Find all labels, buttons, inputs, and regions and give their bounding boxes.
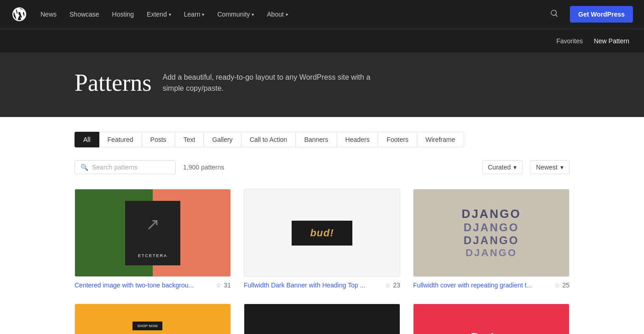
nav-learn[interactable]: Learn ▾ bbox=[178, 7, 210, 22]
tab-headers[interactable]: Headers bbox=[337, 132, 379, 147]
nav-extend[interactable]: Extend ▾ bbox=[141, 7, 177, 22]
tab-gallery[interactable]: Gallery bbox=[203, 132, 241, 147]
tab-text[interactable]: Text bbox=[175, 132, 204, 147]
pattern-card: bud! Fullwidth Dark Banner with Heading … bbox=[244, 189, 400, 291]
star-icon: ☆ bbox=[385, 281, 391, 289]
pattern-thumbnail: MONK. A NEW COLLECTION · ELSEWHERE bbox=[244, 304, 400, 334]
tab-banners[interactable]: Banners bbox=[295, 132, 337, 147]
star-icon: ☆ bbox=[216, 281, 222, 289]
pattern-card: DJANGO DJANGO DJANGO DJANGO Fullwidth co… bbox=[413, 189, 569, 291]
pattern-thumbnail: bud! bbox=[244, 189, 400, 277]
search-input-icon: 🔍 bbox=[80, 164, 88, 171]
search-input[interactable] bbox=[92, 164, 170, 171]
favorites-link[interactable]: Favorites bbox=[556, 37, 583, 45]
patterns-grid: ↗ ETCETERA Centered image with two-tone … bbox=[75, 189, 569, 334]
shop-now-btn: SHOP NOW bbox=[132, 322, 162, 330]
nav-about[interactable]: About ▾ bbox=[261, 7, 293, 22]
nav-hosting[interactable]: Hosting bbox=[107, 7, 139, 22]
hero-section: Patterns Add a beautiful, ready-to-go la… bbox=[0, 53, 644, 117]
pattern-favorites: ☆ 31 bbox=[216, 281, 231, 289]
pattern-card: SHOP NOW LET'EMROLL Let 'Em Roll pattern… bbox=[75, 304, 231, 334]
bud-banner: bud! bbox=[292, 221, 352, 246]
tab-footers[interactable]: Footers bbox=[378, 132, 417, 147]
tab-all[interactable]: All bbox=[75, 132, 99, 147]
hero-description: Add a beautiful, ready-to-go layout to a… bbox=[163, 72, 393, 94]
tab-featured[interactable]: Featured bbox=[99, 132, 142, 147]
category-tabs: All Featured Posts Text Gallery Call to … bbox=[75, 132, 569, 147]
star-icon: ☆ bbox=[554, 281, 560, 289]
pattern-title-link[interactable]: Centered image with two-tone backgrou... bbox=[75, 281, 212, 289]
tab-wireframe[interactable]: Wireframe bbox=[417, 132, 464, 147]
pattern-count: 1,900 patterns bbox=[183, 164, 224, 171]
main-content: All Featured Posts Text Gallery Call to … bbox=[60, 117, 584, 334]
pattern-favorites: ☆ 23 bbox=[385, 281, 400, 289]
pattern-info: Fullwidth cover with repeating gradient … bbox=[413, 277, 569, 291]
pattern-info: Fullwidth Dark Banner with Heading Top .… bbox=[244, 277, 400, 291]
pattern-favorites: ☆ 25 bbox=[554, 281, 569, 289]
pattern-info: Centered image with two-tone backgrou...… bbox=[75, 277, 231, 291]
adventure-title: Time for anadventure bbox=[472, 332, 511, 334]
nav-news[interactable]: News bbox=[35, 7, 62, 22]
pattern-thumbnail: DJANGO DJANGO DJANGO DJANGO bbox=[413, 189, 569, 277]
pattern-thumbnail: Time for anadventure Book now bbox=[413, 304, 569, 334]
nav-community[interactable]: Community ▾ bbox=[212, 7, 259, 22]
search-box[interactable]: 🔍 bbox=[75, 160, 176, 174]
pattern-card: MONK. A NEW COLLECTION · ELSEWHERE Monk … bbox=[244, 304, 400, 334]
secondary-nav: Favorites New Pattern bbox=[0, 29, 644, 53]
newest-dropdown[interactable]: Newest ▾ bbox=[530, 160, 569, 174]
tab-posts[interactable]: Posts bbox=[142, 132, 175, 147]
pattern-card: ↗ ETCETERA Centered image with two-tone … bbox=[75, 189, 231, 291]
pattern-thumbnail: ↗ ETCETERA bbox=[75, 189, 231, 277]
pattern-title-link[interactable]: Fullwidth Dark Banner with Heading Top .… bbox=[244, 281, 381, 289]
filter-bar: 🔍 1,900 patterns Curated ▾ Newest ▾ bbox=[75, 160, 569, 174]
search-icon[interactable] bbox=[546, 5, 563, 23]
main-nav: News Showcase Hosting Extend ▾ Learn ▾ C… bbox=[0, 0, 644, 29]
pattern-thumbnail: SHOP NOW LET'EMROLL bbox=[75, 304, 231, 334]
pattern-title-link[interactable]: Fullwidth cover with repeating gradient … bbox=[413, 281, 551, 289]
curated-dropdown[interactable]: Curated ▾ bbox=[482, 160, 523, 174]
new-pattern-link[interactable]: New Pattern bbox=[594, 37, 629, 45]
wordpress-logo[interactable] bbox=[11, 6, 28, 23]
page-title: Patterns bbox=[75, 71, 152, 95]
django-text: DJANGO DJANGO DJANGO DJANGO bbox=[461, 207, 521, 259]
get-wordpress-button[interactable]: Get WordPress bbox=[570, 6, 633, 23]
nav-showcase[interactable]: Showcase bbox=[64, 7, 105, 22]
pattern-card: Time for anadventure Book now Time for a… bbox=[413, 304, 569, 334]
tab-call-to-action[interactable]: Call to Action bbox=[241, 132, 296, 147]
